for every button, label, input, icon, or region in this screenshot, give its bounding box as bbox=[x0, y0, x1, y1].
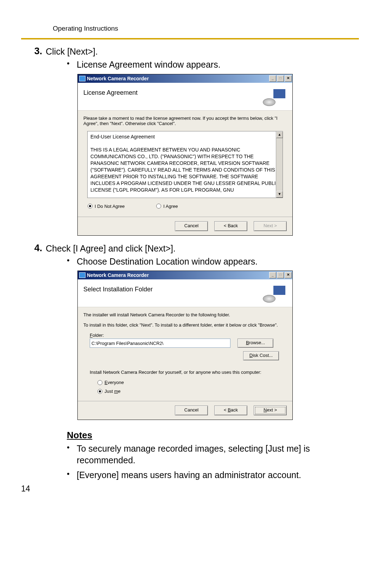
dialog-heading: License Agreement bbox=[83, 87, 263, 97]
header-title: Operating Instructions bbox=[53, 25, 359, 32]
eula-body: THIS IS A LEGAL AGREEMENT BETWEEN YOU AN… bbox=[90, 147, 280, 193]
radio-icon bbox=[88, 204, 93, 209]
radio-icon bbox=[156, 204, 161, 209]
maximize-button: □ bbox=[277, 75, 284, 82]
step-4: 4. Check [I Agree] and click [Next>]. bbox=[21, 243, 359, 254]
close-button[interactable]: ✕ bbox=[285, 272, 292, 278]
installer-icon bbox=[263, 284, 287, 303]
radio-icon bbox=[97, 389, 102, 394]
body-line-2: To install in this folder, click "Next".… bbox=[83, 322, 287, 328]
note-text: To securely manage recorded images, sele… bbox=[77, 443, 323, 466]
step-number: 3. bbox=[21, 46, 46, 57]
radio-label: I Do Not Agree bbox=[95, 204, 125, 209]
window-controls: _ □ ✕ bbox=[269, 75, 292, 82]
radio-label: Just me bbox=[104, 389, 121, 394]
dialog-header: Select Installation Folder bbox=[78, 279, 292, 307]
page-number: 14 bbox=[21, 484, 30, 494]
dialog-header: License Agreement bbox=[78, 83, 292, 111]
bullet-text: License Agreement window appears. bbox=[77, 59, 221, 70]
installer-icon bbox=[263, 87, 287, 106]
folder-label: Folder: bbox=[90, 333, 287, 338]
step-number: 4. bbox=[21, 243, 46, 254]
step-text: Click [Next>]. bbox=[46, 46, 98, 57]
step-3-bullet: • License Agreement window appears. bbox=[67, 59, 359, 70]
close-button[interactable]: ✕ bbox=[285, 75, 292, 82]
bullet-text: Choose Destination Location window appea… bbox=[77, 256, 258, 267]
scrollbar[interactable]: ▲ ▼ bbox=[276, 131, 283, 198]
radio-everyone[interactable]: Everyone bbox=[97, 380, 287, 385]
page: Operating Instructions 3. Click [Next>].… bbox=[0, 0, 380, 509]
back-button[interactable]: < Back bbox=[214, 221, 247, 231]
folder-input[interactable] bbox=[90, 339, 230, 348]
header-rule: Operating Instructions bbox=[21, 25, 359, 39]
user-scope-radios: Everyone Just me bbox=[83, 377, 287, 394]
eula-textbox[interactable]: End-User License Agreement THIS IS A LEG… bbox=[87, 131, 283, 198]
step-text: Check [I Agree] and click [Next>]. bbox=[46, 243, 176, 254]
radio-icon bbox=[97, 380, 102, 385]
minimize-button[interactable]: _ bbox=[269, 272, 276, 278]
dialog-body: The installer will install Network Camer… bbox=[78, 307, 292, 401]
note-2: • [Everyone] means users having an admin… bbox=[67, 469, 359, 481]
titlebar[interactable]: Network Camera Recorder _ □ ✕ bbox=[78, 271, 292, 279]
window-title: Network Camera Recorder bbox=[86, 272, 269, 278]
cancel-button[interactable]: Cancel bbox=[175, 406, 208, 415]
bullet-icon: • bbox=[67, 469, 77, 481]
dialog-body: Please take a moment to read the license… bbox=[78, 111, 292, 217]
instruction-text: Please take a moment to read the license… bbox=[83, 116, 287, 126]
browse-button[interactable]: Browse... bbox=[238, 339, 273, 348]
back-button[interactable]: < Back bbox=[214, 406, 247, 415]
minimize-button[interactable]: _ bbox=[269, 75, 276, 82]
step-4-bullet: • Choose Destination Location window app… bbox=[67, 256, 359, 267]
agreement-radios: I Do Not Agree I Agree bbox=[83, 202, 287, 213]
radio-label: I Agree bbox=[163, 204, 178, 209]
scroll-down-icon[interactable]: ▼ bbox=[276, 191, 283, 198]
notes-heading: Notes bbox=[67, 430, 359, 441]
scroll-up-icon[interactable]: ▲ bbox=[276, 131, 283, 138]
body-line-1: The installer will install Network Camer… bbox=[83, 312, 287, 317]
license-dialog: Network Camera Recorder _ □ ✕ License Ag… bbox=[77, 74, 293, 236]
radio-just-me[interactable]: Just me bbox=[97, 389, 287, 394]
dialog-heading: Select Installation Folder bbox=[83, 284, 263, 293]
titlebar[interactable]: Network Camera Recorder _ □ ✕ bbox=[78, 74, 292, 83]
disk-cost-button[interactable]: Disk Cost... bbox=[243, 351, 279, 360]
next-button[interactable]: Next > bbox=[254, 406, 287, 415]
diskcost-row: Disk Cost... bbox=[90, 351, 279, 360]
bullet-icon: • bbox=[67, 59, 77, 70]
note-1: • To securely manage recorded images, se… bbox=[67, 443, 359, 466]
note-text: [Everyone] means users having an adminis… bbox=[77, 469, 301, 481]
maximize-button: □ bbox=[277, 272, 284, 278]
folder-row: Browse... bbox=[90, 339, 287, 348]
next-button: Next > bbox=[254, 221, 287, 231]
radio-disagree[interactable]: I Do Not Agree bbox=[88, 204, 125, 209]
window-title: Network Camera Recorder bbox=[86, 76, 269, 81]
bullet-icon: • bbox=[67, 443, 77, 466]
bullet-icon: • bbox=[67, 256, 77, 267]
step-3: 3. Click [Next>]. bbox=[21, 46, 359, 57]
dialog-footer: Cancel < Back Next > bbox=[78, 401, 292, 420]
install-for-text: Install Network Camera Recorder for your… bbox=[90, 370, 287, 375]
window-controls: _ □ ✕ bbox=[269, 272, 292, 278]
dialog-footer: Cancel < Back Next > bbox=[78, 217, 292, 235]
radio-agree[interactable]: I Agree bbox=[156, 204, 178, 209]
folder-dialog: Network Camera Recorder _ □ ✕ Select Ins… bbox=[77, 271, 293, 420]
eula-title: End-User License Agreement bbox=[90, 134, 280, 140]
app-icon bbox=[79, 76, 86, 81]
app-icon bbox=[79, 272, 86, 278]
cancel-button[interactable]: Cancel bbox=[175, 221, 208, 231]
radio-label: Everyone bbox=[104, 380, 124, 385]
